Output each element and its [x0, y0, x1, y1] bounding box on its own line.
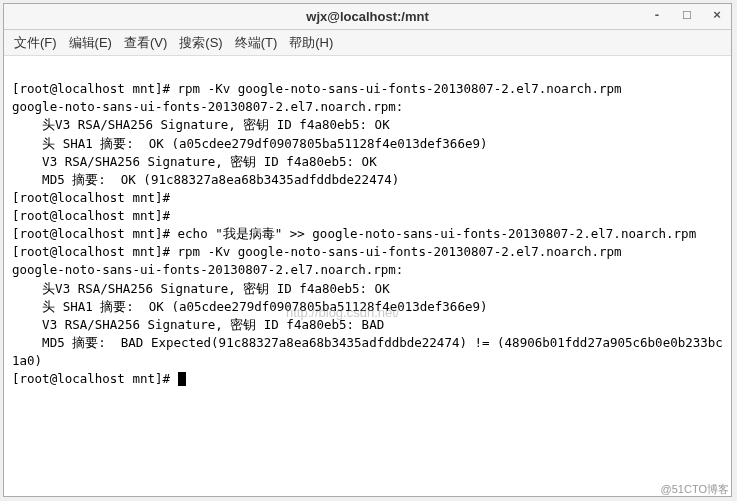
menu-search[interactable]: 搜索(S): [179, 34, 222, 52]
cursor-icon: [178, 372, 186, 386]
menu-file[interactable]: 文件(F): [14, 34, 57, 52]
footer-watermark: @51CTO博客: [661, 482, 729, 497]
terminal-line: 头V3 RSA/SHA256 Signature, 密钥 ID f4a80eb5…: [12, 117, 390, 132]
terminal-line: [root@localhost mnt]# echo "我是病毒" >> goo…: [12, 226, 696, 241]
terminal-line: [root@localhost mnt]#: [12, 371, 178, 386]
menu-help[interactable]: 帮助(H): [289, 34, 333, 52]
menubar: 文件(F) 编辑(E) 查看(V) 搜索(S) 终端(T) 帮助(H): [4, 30, 731, 56]
titlebar: wjx@localhost:/mnt - □ ×: [4, 4, 731, 30]
close-button[interactable]: ×: [709, 7, 725, 22]
terminal-line: V3 RSA/SHA256 Signature, 密钥 ID f4a80eb5:…: [12, 317, 384, 332]
maximize-button[interactable]: □: [679, 7, 695, 22]
terminal-line: V3 RSA/SHA256 Signature, 密钥 ID f4a80eb5:…: [12, 154, 377, 169]
window-controls: - □ ×: [649, 7, 725, 22]
terminal-window: wjx@localhost:/mnt - □ × 文件(F) 编辑(E) 查看(…: [3, 3, 732, 497]
menu-edit[interactable]: 编辑(E): [69, 34, 112, 52]
terminal-line: 头 SHA1 摘要: OK (a05cdee279df0907805ba5112…: [12, 136, 488, 151]
terminal-line: google-noto-sans-ui-fonts-20130807-2.el7…: [12, 262, 403, 277]
terminal-line: MD5 摘要: BAD Expected(91c88327a8ea68b3435…: [12, 335, 723, 368]
terminal-line: [root@localhost mnt]#: [12, 208, 178, 223]
terminal-line: 头 SHA1 摘要: OK (a05cdee279df0907805ba5112…: [12, 299, 488, 314]
terminal-line: google-noto-sans-ui-fonts-20130807-2.el7…: [12, 99, 403, 114]
terminal-line: MD5 摘要: OK (91c88327a8ea68b3435adfddbde2…: [12, 172, 399, 187]
window-title: wjx@localhost:/mnt: [306, 9, 428, 24]
terminal-line: [root@localhost mnt]# rpm -Kv google-not…: [12, 81, 622, 96]
terminal-output[interactable]: [root@localhost mnt]# rpm -Kv google-not…: [4, 56, 731, 496]
terminal-line: 头V3 RSA/SHA256 Signature, 密钥 ID f4a80eb5…: [12, 281, 390, 296]
menu-terminal[interactable]: 终端(T): [235, 34, 278, 52]
menu-view[interactable]: 查看(V): [124, 34, 167, 52]
minimize-button[interactable]: -: [649, 7, 665, 22]
terminal-line: [root@localhost mnt]# rpm -Kv google-not…: [12, 244, 622, 259]
terminal-line: [root@localhost mnt]#: [12, 190, 178, 205]
